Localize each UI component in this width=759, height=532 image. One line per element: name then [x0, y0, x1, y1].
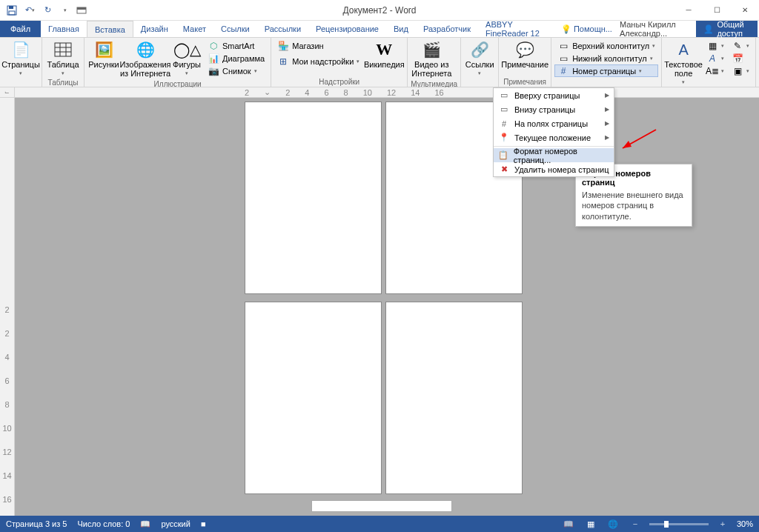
zoom-thumb[interactable]	[664, 521, 669, 528]
dd-top-of-page[interactable]: ▭Вверху страницы▶	[494, 88, 614, 102]
text-entry-area[interactable]	[311, 500, 452, 512]
signature-button[interactable]: ✎▾	[729, 39, 752, 52]
wikipedia-button[interactable]: WВикипедия	[364, 39, 404, 70]
redo-button[interactable]: ↻	[40, 3, 55, 18]
chart-icon: 📊	[208, 53, 219, 64]
my-addins-button[interactable]: ⊞Мои надстройки▾	[274, 55, 362, 67]
tab-abbyy[interactable]: ABBYY FineReader 12	[478, 21, 558, 37]
dropcap-icon: A≣	[706, 65, 718, 77]
status-bar: Страница 3 из 5 Число слов: 0 📖 русский …	[0, 516, 759, 532]
group-pages: 📄Страницы▾	[0, 38, 42, 87]
tell-me-button[interactable]: 💡Помощн...	[558, 24, 615, 34]
zoom-out-button[interactable]: −	[627, 517, 643, 531]
page-number-icon: #	[557, 65, 569, 77]
dropcap-button[interactable]: A≣▾	[703, 64, 727, 77]
save-button[interactable]	[4, 3, 19, 18]
comment-icon: 💬	[513, 41, 537, 59]
dd-format-page-numbers[interactable]: 📋Формат номеров страниц...	[494, 148, 614, 162]
screenshot-button[interactable]: 📷Снимок▾	[205, 64, 268, 77]
smartart-button[interactable]: ⬡SmartArt	[205, 39, 268, 52]
store-button[interactable]: 🏪Магазин	[274, 39, 362, 52]
spell-check[interactable]: 📖	[140, 519, 150, 529]
user-name[interactable]: Маныч Кирилл Александр...	[620, 20, 692, 38]
dd-remove-page-numbers[interactable]: ✖Удалить номера страниц	[494, 162, 614, 176]
page-thumbnail[interactable]	[245, 302, 382, 494]
word-count[interactable]: Число слов: 0	[77, 519, 130, 528]
submenu-arrow-icon: ▶	[605, 120, 609, 127]
footer-icon: ▭	[557, 53, 569, 64]
tab-design[interactable]: Дизайн	[133, 21, 176, 37]
datetime-button[interactable]: 📅	[729, 52, 752, 64]
tab-references[interactable]: Ссылки	[213, 21, 257, 37]
quick-parts-button[interactable]: ▦▾	[703, 39, 727, 52]
svg-rect-2	[9, 11, 15, 15]
zoom-in-button[interactable]: +	[715, 517, 731, 531]
page-thumbnail[interactable]	[245, 102, 382, 294]
tab-mailings[interactable]: Рассылки	[257, 21, 308, 37]
online-picture-icon: 🌐	[133, 41, 157, 59]
wordart-button[interactable]: A▾	[703, 52, 727, 64]
links-button[interactable]: 🔗Ссылки▾	[464, 39, 495, 78]
shapes-button[interactable]: ◯△Фигуры▾	[170, 39, 203, 78]
dd-current-position[interactable]: 📍Текущее положение▶	[494, 130, 614, 144]
horizontal-ruler[interactable]: 2⌄ 2 4 6 8 10 12 14 16	[15, 87, 759, 98]
picture-icon: 🖼️	[92, 41, 116, 59]
page-thumbnail[interactable]	[385, 302, 523, 494]
page-count[interactable]: Страница 3 из 5	[6, 519, 67, 528]
comment-button[interactable]: 💬Примечание	[502, 39, 548, 70]
object-button[interactable]: ▣▾	[729, 64, 752, 77]
smartart-icon: ⬡	[208, 40, 219, 52]
zoom-slider[interactable]	[649, 523, 709, 525]
maximize-button[interactable]: ☐	[703, 0, 731, 21]
svg-rect-1	[9, 6, 13, 9]
vertical-ruler[interactable]: 2 2 4 6 8 10 12 14 16 18 20 22 24	[0, 98, 15, 516]
ribbon: 📄Страницы▾ Таблица▾ Таблицы 🖼️Рисунки 🌐И…	[0, 37, 759, 87]
group-text: AТекстовое поле▾ ▦▾ A▾ A≣▾ ✎▾ 📅 ▣▾ Текст	[662, 38, 756, 87]
tooltip-body: Изменение внешнего вида номеров страниц …	[582, 190, 686, 222]
dd-page-margins[interactable]: #На полях страницы▶	[494, 116, 614, 130]
minimize-button[interactable]: ─	[675, 0, 703, 21]
chart-button[interactable]: 📊Диаграмма	[205, 52, 268, 64]
online-pictures-button[interactable]: 🌐Изображения из Интернета	[122, 39, 169, 79]
tab-view[interactable]: Вид	[386, 21, 416, 37]
page-margin-icon: #	[498, 119, 510, 128]
tab-layout[interactable]: Макет	[176, 21, 213, 37]
pictures-button[interactable]: 🖼️Рисунки	[87, 39, 120, 70]
tab-review[interactable]: Рецензирование	[308, 21, 386, 37]
header-button[interactable]: ▭Верхний колонтитул▾	[554, 39, 658, 52]
dd-bottom-of-page[interactable]: ▭Внизу страницы▶	[494, 102, 614, 116]
page-icon: 📄	[9, 41, 33, 59]
page-number-dropdown: ▭Вверху страницы▶ ▭Внизу страницы▶ #На п…	[493, 87, 614, 177]
shapes-icon: ◯△	[175, 41, 199, 59]
zoom-level[interactable]: 30%	[737, 519, 753, 528]
ribbon-options-button[interactable]	[73, 1, 90, 19]
document-title: Документ2 - Word	[342, 5, 416, 16]
addins-icon: ⊞	[277, 56, 289, 67]
title-bar: ↶▾ ↻ ▾ Документ2 - Word ─ ☐ ✕	[0, 0, 759, 21]
share-button[interactable]: 👤Общий доступ	[696, 21, 758, 37]
page-number-button[interactable]: #Номер страницы▾	[554, 64, 658, 77]
tab-file[interactable]: Файл	[0, 21, 41, 37]
language[interactable]: русский	[161, 519, 190, 528]
footer-button[interactable]: ▭Нижний колонтитул▾	[554, 52, 658, 64]
online-video-button[interactable]: 🎬Видео из Интернета	[411, 39, 452, 79]
current-pos-icon: 📍	[498, 133, 510, 142]
tab-home[interactable]: Главная	[41, 21, 87, 37]
qat-customize[interactable]: ▾	[58, 3, 73, 18]
group-media: 🎬Видео из Интернета Мультимедиа	[408, 38, 461, 87]
tab-developer[interactable]: Разработчик	[416, 21, 478, 37]
svg-rect-4	[77, 7, 86, 10]
print-layout-button[interactable]: ▦	[583, 517, 599, 531]
table-button[interactable]: Таблица▾	[45, 39, 81, 78]
textbox-button[interactable]: AТекстовое поле▾	[665, 39, 702, 87]
read-mode-button[interactable]: 📖	[560, 517, 577, 531]
close-button[interactable]: ✕	[731, 0, 759, 21]
web-layout-button[interactable]: 🌐	[605, 517, 621, 531]
svg-rect-5	[55, 43, 71, 56]
pages-button[interactable]: 📄Страницы▾	[3, 39, 39, 78]
group-tables: Таблица▾ Таблицы	[42, 38, 84, 87]
tab-insert[interactable]: Вставка	[87, 21, 133, 37]
document-area[interactable]	[15, 98, 759, 516]
macro-record[interactable]: ■	[201, 519, 206, 528]
undo-button[interactable]: ↶▾	[22, 3, 37, 18]
